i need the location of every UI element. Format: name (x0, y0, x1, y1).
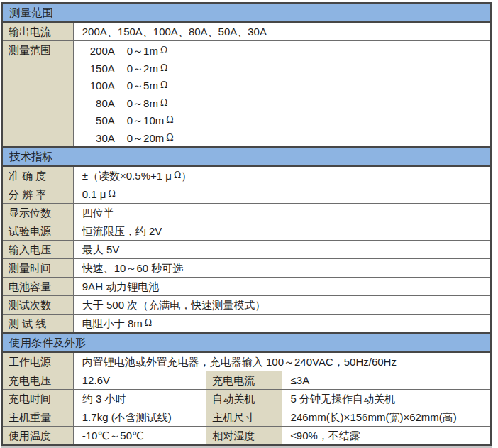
section-header-row-measure: 测量范围 (2, 3, 491, 22)
value-text: ±（读数×0.5%+1 μ (82, 170, 172, 182)
row-label-temp: 使用温度 (2, 427, 73, 446)
row-value-work-power: 内置锂电池或外置充电器，充电器输入 100～240VAC，50Hz/60Hz (73, 352, 491, 371)
row-value-auto-off: 5 分钟无操作自动关机 (282, 390, 491, 408)
row-value-test-power: 恒流限压，约 2V (73, 222, 491, 241)
spec-table: 测量范围 输出电流 200A、150A、100A、80A、50A、30A 测量范… (1, 2, 492, 446)
row-label-auto-off: 自动关机 (206, 390, 282, 408)
table-row-test-power: 试验电源 恒流限压，约 2V (2, 222, 491, 241)
range-current: 200A (82, 43, 115, 60)
value-text: ） (181, 170, 192, 182)
row-value-weight: 1.7kg (不含测试线) (73, 408, 206, 427)
range-line: 200A0～1mΩ (82, 42, 485, 60)
table-row-measure-range: 测量范围 200A0～1mΩ 150A0～2mΩ 100A0～5mΩ 80A0～… (2, 41, 491, 148)
table-row-charging: 充电电压 12.6V 充电电流 ≤3A (2, 371, 491, 390)
range-span: 0～10m (127, 114, 165, 126)
table-row-measure-time: 测量时间 快速、10～60 秒可选 (2, 259, 491, 278)
row-label-dimensions: 主机尺寸 (206, 408, 282, 427)
range-span: 0～20m (127, 132, 165, 144)
row-value-output-current: 200A、150A、100A、80A、50A、30A (73, 22, 491, 41)
row-label-measure-time: 测量时间 (2, 259, 73, 278)
table-row-accuracy: 准 确 度 ±（读数×0.5%+1 μΩ） (2, 166, 491, 185)
range-current: 30A (82, 130, 115, 148)
row-value-humidity: ≤90%，不结露 (282, 427, 491, 446)
ohm-unit: Ω (108, 189, 115, 199)
table-row-resolution: 分 辨 率 0.1 μΩ (2, 185, 491, 204)
section-header-measure: 测量范围 (2, 3, 491, 22)
range-line: 30A0～20mΩ (82, 129, 485, 147)
section-header-row-usage: 使用条件及外形 (2, 333, 491, 352)
row-value-battery-capacity: 9AH 动力锂电池 (73, 278, 491, 296)
range-span: 0～5m (127, 80, 158, 92)
row-label-accuracy: 准 确 度 (2, 166, 73, 185)
row-value-charge-current: ≤3A (282, 371, 491, 390)
row-label-test-power: 试验电源 (2, 222, 73, 241)
range-current: 150A (82, 60, 115, 78)
table-row-test-lead: 测 试 线 电阻小于 8mΩ (2, 315, 491, 334)
row-value-measure-range: 200A0～1mΩ 150A0～2mΩ 100A0～5mΩ 80A0～8mΩ 5… (73, 41, 491, 148)
row-value-test-lead: 电阻小于 8mΩ (73, 315, 491, 334)
spec-sheet-page: 测量范围 输出电流 200A、150A、100A、80A、50A、30A 测量范… (0, 0, 498, 448)
range-span: 0～8m (127, 97, 158, 109)
section-header-usage: 使用条件及外形 (2, 333, 491, 352)
row-label-display-digits: 显示位数 (2, 204, 73, 222)
value-text: 电阻小于 8m (82, 317, 143, 329)
range-line: 50A0～10mΩ (82, 111, 485, 129)
table-row-weight-size: 主机重量 1.7kg (不含测试线) 主机尺寸 246mm(长)×156mm(宽… (2, 408, 491, 427)
table-row-battery-capacity: 电池容量 9AH 动力锂电池 (2, 278, 491, 296)
ohm-unit: Ω (160, 60, 167, 77)
row-value-input-voltage: 最大 5V (73, 241, 491, 259)
table-row-charge-time: 充电时间 约 3 小时 自动关机 5 分钟无操作自动关机 (2, 390, 491, 408)
row-value-resolution: 0.1 μΩ (73, 185, 491, 204)
range-span: 0～1m (127, 45, 158, 57)
table-row-display-digits: 显示位数 四位半 (2, 204, 491, 222)
ohm-unit: Ω (166, 111, 173, 129)
row-label-humidity: 相对湿度 (206, 427, 282, 446)
row-value-charge-time: 约 3 小时 (73, 390, 206, 408)
row-label-work-power: 工作电源 (2, 352, 73, 371)
ohm-unit: Ω (174, 170, 181, 180)
row-value-accuracy: ±（读数×0.5%+1 μΩ） (73, 166, 491, 185)
range-current: 50A (82, 112, 115, 130)
row-label-weight: 主机重量 (2, 408, 73, 427)
row-value-dimensions: 246mm(长)×156mm(宽)×62mm(高) (282, 408, 491, 427)
range-line: 150A0～2mΩ (82, 60, 485, 77)
row-label-output-current: 输出电流 (2, 22, 73, 41)
table-row-input-voltage: 输入电压 最大 5V (2, 241, 491, 259)
table-row-output-current: 输出电流 200A、150A、100A、80A、50A、30A (2, 22, 491, 41)
range-line: 100A0～5mΩ (82, 77, 485, 94)
ohm-unit: Ω (160, 94, 167, 112)
range-current: 80A (82, 95, 115, 113)
table-row-test-count: 测试次数 大于 500 次（充满电，快速测量模式） (2, 296, 491, 315)
row-label-test-lead: 测 试 线 (2, 315, 73, 334)
range-current: 100A (82, 77, 115, 95)
range-line: 80A0～8mΩ (82, 94, 485, 112)
ohm-unit: Ω (145, 318, 152, 328)
ohm-unit: Ω (160, 77, 167, 94)
table-row-environment: 使用温度 -10℃～50℃ 相对湿度 ≤90%，不结露 (2, 427, 491, 446)
ohm-unit: Ω (160, 42, 167, 60)
row-value-test-count: 大于 500 次（充满电，快速测量模式） (73, 296, 491, 315)
row-label-test-count: 测试次数 (2, 296, 73, 315)
row-value-temp: -10℃～50℃ (73, 427, 206, 446)
row-value-measure-time: 快速、10～60 秒可选 (73, 259, 491, 278)
table-row-work-power: 工作电源 内置锂电池或外置充电器，充电器输入 100～240VAC，50Hz/6… (2, 352, 491, 371)
row-label-input-voltage: 输入电压 (2, 241, 73, 259)
row-value-charge-voltage: 12.6V (73, 371, 206, 390)
row-value-display-digits: 四位半 (73, 204, 491, 222)
section-header-row-tech: 技术指标 (2, 147, 491, 166)
range-span: 0～2m (127, 62, 158, 75)
value-text: 0.1 μ (82, 188, 106, 200)
row-label-resolution: 分 辨 率 (2, 185, 73, 204)
row-label-charge-time: 充电时间 (2, 390, 73, 408)
ohm-unit: Ω (166, 129, 173, 147)
row-label-battery-capacity: 电池容量 (2, 278, 73, 296)
row-label-charge-voltage: 充电电压 (2, 371, 73, 390)
row-label-charge-current: 充电电流 (206, 371, 282, 390)
row-label-measure-range: 测量范围 (2, 41, 73, 148)
section-header-tech: 技术指标 (2, 147, 491, 166)
